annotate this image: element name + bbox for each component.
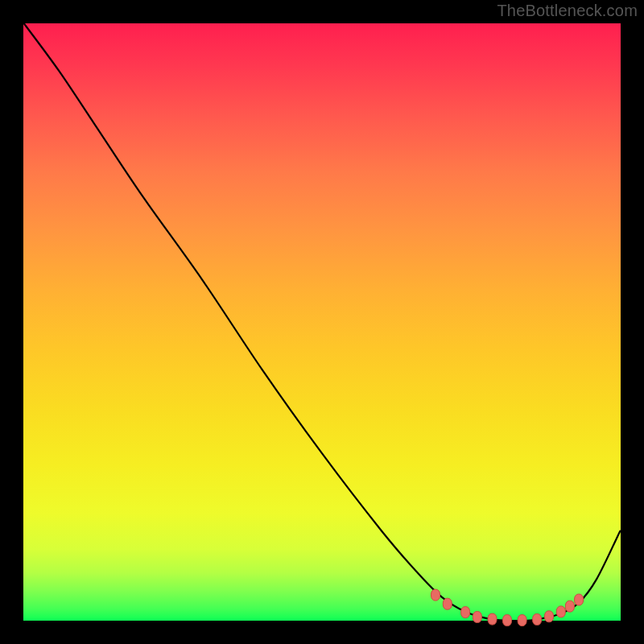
optimal-zone-markers: [431, 589, 584, 626]
marker-dot: [443, 598, 452, 609]
plot-area: [23, 23, 621, 621]
marker-dot: [556, 606, 565, 617]
marker-dot: [533, 614, 542, 625]
marker-dot: [575, 594, 584, 605]
marker-dot: [545, 611, 554, 622]
marker-dot: [488, 613, 497, 625]
marker-dot: [503, 615, 512, 626]
bottleneck-curve: [24, 23, 621, 621]
watermark-text: TheBottleneck.com: [497, 2, 638, 20]
marker-dot: [565, 601, 574, 612]
marker-dot: [518, 615, 526, 626]
curve-overlay: [23, 23, 621, 621]
chart-frame: TheBottleneck.com: [0, 0, 644, 644]
marker-dot: [461, 607, 470, 618]
marker-dot: [473, 612, 481, 623]
marker-dot: [431, 589, 440, 601]
